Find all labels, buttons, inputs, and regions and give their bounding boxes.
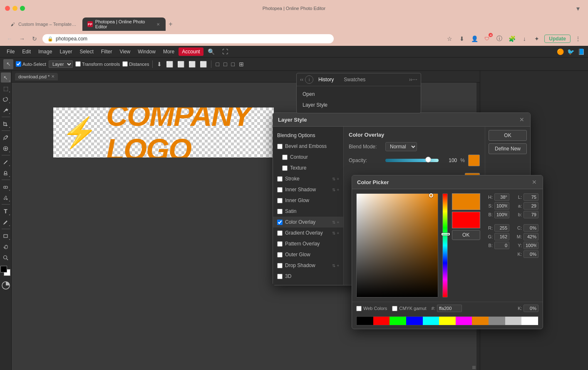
drop-shadow-move-icon[interactable]: ⇅ + (332, 263, 339, 268)
url-bar[interactable]: 🔒 photopea.com (42, 34, 334, 43)
color-chip-orange[interactable] (472, 317, 489, 325)
menu-layer[interactable]: Layer (56, 48, 75, 56)
color-picker-ok-button[interactable]: OK (452, 230, 481, 240)
tool-crop[interactable]: ▸ (1, 119, 11, 129)
tool-hand[interactable] (1, 242, 11, 252)
saturation-input[interactable] (494, 202, 509, 210)
search-button[interactable]: 🔍 (204, 47, 218, 56)
3d-checkbox[interactable] (277, 274, 283, 279)
reload-button[interactable]: ↻ (30, 34, 39, 43)
traffic-light-red[interactable] (5, 6, 10, 11)
download-icon[interactable]: ⬇ (457, 34, 467, 44)
transform-icon-2[interactable]: □ (223, 60, 228, 68)
foreground-color-swatch[interactable] (0, 266, 7, 272)
b2-input[interactable] (523, 211, 538, 218)
gradient-overlay-move-icon[interactable]: ⇅ + (332, 231, 339, 235)
style-item-gradient-overlay[interactable]: Gradient Overlay ⇅ + (273, 228, 343, 238)
download2-icon[interactable]: ↓ (519, 34, 529, 44)
style-item-blending-options[interactable]: Blending Options (273, 130, 343, 141)
canvas-tab-close[interactable]: ✕ (51, 74, 55, 79)
hue-slider[interactable] (442, 193, 447, 298)
satin-checkbox[interactable] (277, 209, 283, 214)
layer-select[interactable]: Layer (49, 60, 73, 68)
m-input[interactable] (523, 233, 538, 240)
color-picker-dialog[interactable]: Color Picker ✕ OK (352, 175, 543, 329)
menu-window[interactable]: Window (134, 48, 159, 56)
color-overlay-move-icon[interactable]: ⇅ + (332, 220, 339, 225)
profile-icon[interactable]: 👤 (469, 34, 479, 44)
extension-icon[interactable]: ✦ (532, 34, 542, 44)
inner-glow-checkbox[interactable] (277, 198, 283, 203)
color-overlay-checkbox[interactable] (277, 220, 283, 225)
tool-text[interactable]: T▸ (1, 206, 11, 216)
tool-marquee[interactable]: ⬚▸ (1, 83, 11, 93)
transform-icon-4[interactable]: ⊞ (238, 60, 245, 68)
texture-checkbox[interactable] (282, 165, 288, 171)
transform-checkbox[interactable] (75, 61, 81, 67)
tool-rectangle[interactable]: ▸ (1, 231, 11, 241)
style-item-texture[interactable]: Texture (273, 162, 343, 173)
color-chip-blue[interactable] (406, 317, 423, 325)
style-item-color-overlay[interactable]: Color Overlay ⇅ + (273, 217, 343, 228)
fullscreen-button[interactable]: ⛶ (219, 47, 231, 56)
inner-shadow-move-icon[interactable]: ⇅ + (332, 188, 339, 192)
auto-select-checkbox[interactable] (16, 61, 21, 67)
opacity-slider-track[interactable] (385, 159, 439, 162)
forward-button[interactable]: → (17, 34, 27, 43)
menu-account[interactable]: Account (179, 48, 203, 56)
stroke-move-icon[interactable]: ⇅ + (332, 177, 339, 181)
style-item-3d[interactable]: 3D (273, 271, 343, 282)
tool-stamp[interactable]: ▸ (1, 168, 11, 178)
stroke-checkbox[interactable] (277, 176, 283, 182)
contour-checkbox[interactable] (282, 155, 288, 160)
style-item-inner-shadow[interactable]: Inner Shadow ⇅ + (273, 184, 343, 195)
brightness-input[interactable] (494, 211, 509, 218)
menu-edit[interactable]: Edit (19, 48, 34, 56)
move-tool[interactable]: ↖ (3, 59, 13, 69)
resize-handle[interactable] (472, 366, 476, 369)
color-overlay-swatch[interactable] (468, 155, 480, 166)
ok-button[interactable]: OK (489, 130, 527, 141)
color-picker-close-button[interactable]: ✕ (531, 179, 538, 185)
cmyk-gamut-checkbox[interactable] (392, 306, 397, 311)
tab-custom-image[interactable]: 🖌 Custom Image – Templates – Polici… (5, 20, 82, 29)
bevel-emboss-checkbox[interactable] (277, 144, 283, 149)
menu-filter[interactable]: Filter (98, 48, 116, 56)
color-chip-white[interactable] (521, 317, 538, 325)
extension-shield-icon[interactable]: 🛡4 (482, 34, 492, 44)
k2-input[interactable] (523, 305, 538, 312)
red-input[interactable] (494, 224, 509, 232)
menu-file[interactable]: File (3, 48, 18, 56)
style-item-stroke[interactable]: Stroke ⇅ + (273, 173, 343, 184)
tool-magic-wand[interactable]: ▸ (1, 105, 11, 115)
tool-lasso[interactable]: ▸ (1, 94, 11, 104)
color-chip-red[interactable] (373, 317, 390, 325)
drop-shadow-checkbox[interactable] (277, 263, 283, 268)
k-input[interactable] (523, 250, 538, 258)
align-icon-5[interactable]: ⬜ (199, 60, 208, 68)
canvas-tab[interactable]: download.psd * ✕ (15, 73, 58, 80)
update-button[interactable]: Update (544, 35, 571, 43)
outer-glow-checkbox[interactable] (277, 252, 283, 258)
style-item-outer-glow[interactable]: Outer Glow (273, 249, 343, 260)
tool-eraser[interactable]: ▸ (1, 182, 11, 192)
color-chip-gray[interactable] (489, 317, 505, 325)
align-icon-2[interactable]: ⬜ (165, 60, 174, 68)
color-chip-green[interactable] (390, 317, 406, 325)
tool-select[interactable]: ↖▸ (1, 72, 11, 82)
transform-icon-3[interactable]: □ (230, 60, 235, 68)
traffic-light-green[interactable] (20, 6, 25, 11)
y-input[interactable] (523, 242, 538, 249)
puzzle-icon[interactable]: 🧩 (507, 34, 517, 44)
new-tab-button[interactable]: + (166, 20, 175, 28)
style-item-contour[interactable]: Contour (273, 152, 343, 162)
menu-view[interactable]: View (116, 48, 134, 56)
transform-icon-1[interactable]: □ (215, 60, 220, 68)
style-item-bevel-emboss[interactable]: Bevel and Emboss (273, 141, 343, 152)
web-colors-checkbox[interactable] (356, 306, 362, 311)
c-input[interactable] (523, 224, 538, 232)
align-icon-4[interactable]: ⬜ (188, 60, 196, 68)
color-chip-magenta[interactable] (456, 317, 472, 325)
define-new-button[interactable]: Define New (489, 143, 527, 154)
blue-input[interactable] (494, 242, 509, 249)
